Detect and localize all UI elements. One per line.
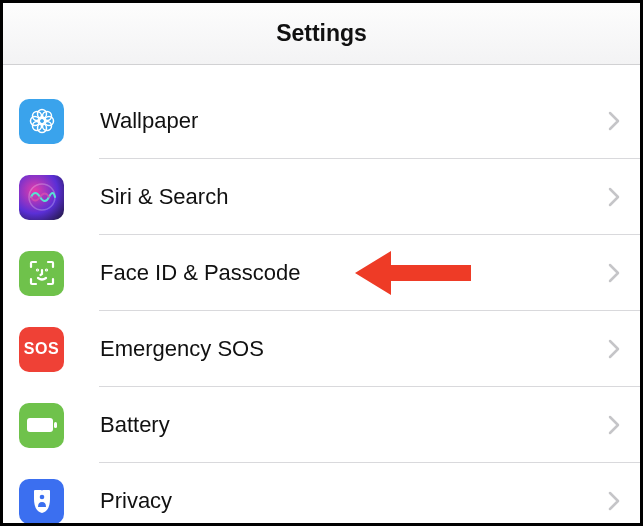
privacy-icon (19, 479, 64, 524)
chevron-right-icon (608, 111, 620, 131)
settings-header: Settings (3, 3, 640, 65)
highlight-arrow-icon (353, 249, 473, 297)
svg-point-9 (29, 184, 55, 210)
chevron-right-icon (608, 339, 620, 359)
row-label: Siri & Search (100, 184, 608, 210)
row-emergency-sos[interactable]: SOS Emergency SOS (3, 311, 640, 387)
chevron-right-icon (608, 263, 620, 283)
row-siri-search[interactable]: Siri & Search (3, 159, 640, 235)
sos-icon: SOS (19, 327, 64, 372)
row-label: Battery (100, 412, 608, 438)
svg-point-10 (37, 270, 38, 271)
page-title: Settings (276, 20, 367, 47)
wallpaper-icon (19, 99, 64, 144)
settings-list: Wallpaper Siri & Search Face ID & Passco… (3, 65, 640, 526)
siri-icon (19, 175, 64, 220)
svg-rect-12 (27, 418, 53, 432)
svg-point-14 (39, 495, 44, 500)
row-label: Privacy (100, 488, 608, 514)
chevron-right-icon (608, 187, 620, 207)
row-wallpaper[interactable]: Wallpaper (3, 83, 640, 159)
svg-point-11 (46, 270, 47, 271)
chevron-right-icon (608, 415, 620, 435)
row-privacy[interactable]: Privacy (3, 463, 640, 526)
svg-rect-13 (54, 422, 57, 428)
row-face-id-passcode[interactable]: Face ID & Passcode (3, 235, 640, 311)
row-label: Emergency SOS (100, 336, 608, 362)
chevron-right-icon (608, 491, 620, 511)
row-battery[interactable]: Battery (3, 387, 640, 463)
face-id-icon (19, 251, 64, 296)
row-label: Wallpaper (100, 108, 608, 134)
battery-icon (19, 403, 64, 448)
